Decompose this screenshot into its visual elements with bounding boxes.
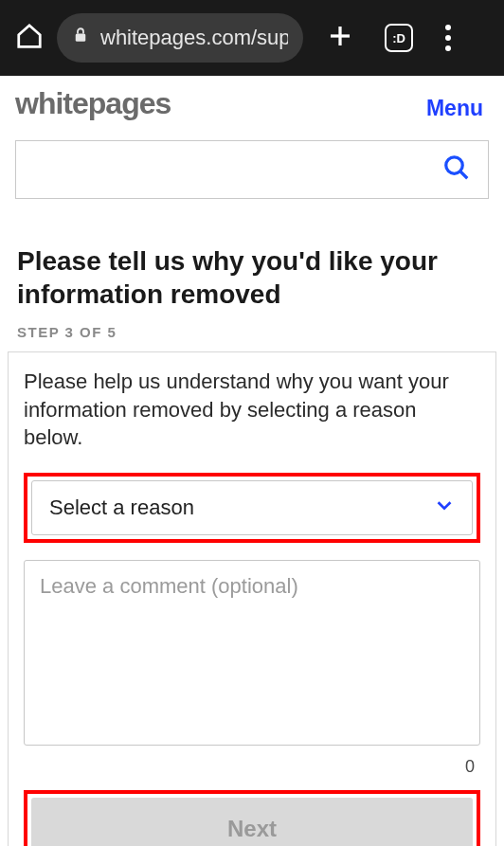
char-count: 0 bbox=[24, 757, 480, 777]
address-bar[interactable]: whitepages.com/supp bbox=[57, 13, 303, 63]
svg-point-4 bbox=[446, 157, 463, 174]
chevron-down-icon bbox=[434, 495, 455, 521]
browser-chrome: whitepages.com/supp :D bbox=[0, 0, 504, 76]
svg-line-5 bbox=[460, 171, 468, 179]
home-icon[interactable] bbox=[15, 22, 44, 54]
tabs-count: :D bbox=[392, 31, 405, 45]
step-indicator: STEP 3 OF 5 bbox=[17, 324, 487, 340]
search-icon bbox=[442, 153, 471, 186]
form-intro: Please help us understand why you want y… bbox=[24, 368, 480, 452]
page-title: Please tell us why you'd like your infor… bbox=[17, 244, 487, 311]
site-header: whitepages Menu bbox=[0, 76, 504, 131]
more-menu-icon[interactable] bbox=[445, 25, 451, 51]
new-tab-icon[interactable] bbox=[326, 22, 354, 54]
reason-select-label: Select a reason bbox=[49, 495, 194, 520]
comment-field[interactable] bbox=[24, 560, 480, 746]
select-highlight: Select a reason bbox=[24, 473, 480, 543]
form-card: Please help us understand why you want y… bbox=[8, 351, 496, 846]
tabs-icon[interactable]: :D bbox=[385, 24, 413, 52]
title-section: Please tell us why you'd like your infor… bbox=[0, 199, 504, 340]
next-button-label: Next bbox=[227, 816, 277, 842]
reason-select[interactable]: Select a reason bbox=[31, 480, 473, 535]
lock-icon bbox=[72, 26, 89, 50]
svg-text:whitepages: whitepages bbox=[15, 86, 171, 120]
site-logo[interactable]: whitepages bbox=[15, 83, 182, 133]
menu-button[interactable]: Menu bbox=[426, 96, 483, 121]
search-input[interactable] bbox=[15, 140, 489, 199]
search-container bbox=[0, 131, 504, 199]
url-text: whitepages.com/supp bbox=[100, 26, 288, 50]
next-button[interactable]: Next bbox=[31, 798, 473, 846]
svg-rect-0 bbox=[76, 34, 86, 42]
next-highlight: Next bbox=[24, 790, 480, 846]
